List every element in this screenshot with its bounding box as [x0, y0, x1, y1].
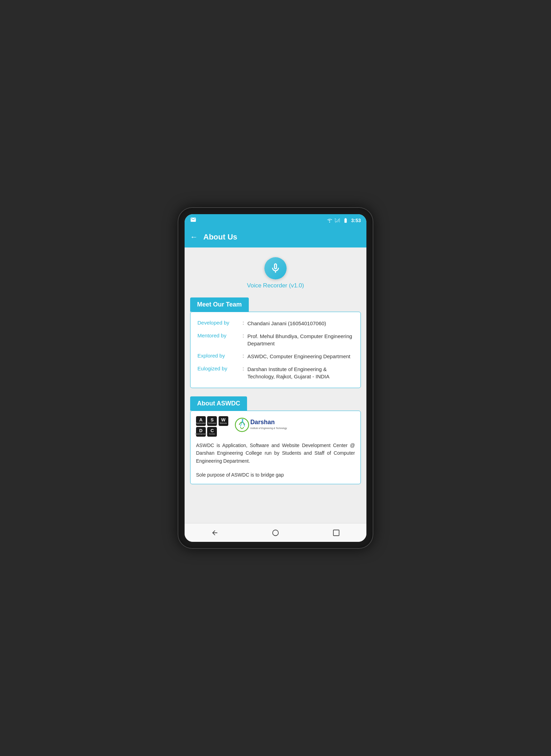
- colon-3: :: [241, 350, 246, 363]
- notification-icon: [190, 217, 196, 224]
- aswdc-description-2: Sole purpose of ASWDC is to bridge gap: [196, 471, 355, 479]
- developed-by-label: Developed by: [196, 317, 241, 330]
- darshan-logo-svg: Darshan Institute of Engineering & Techn…: [234, 416, 290, 437]
- key-a: A Application: [196, 416, 206, 426]
- eulogized-by-label: Eulogized by: [196, 363, 241, 383]
- table-row: Explored by : ASWDC, Computer Engineerin…: [196, 350, 355, 363]
- microphone-icon: [270, 262, 281, 274]
- app-header: Voice Recorder (v1.0): [185, 247, 366, 295]
- signal-icon: [334, 218, 340, 223]
- svg-rect-9: [333, 530, 339, 536]
- colon-1: :: [241, 317, 246, 330]
- recent-nav-button[interactable]: [329, 526, 343, 540]
- status-right: 3:53: [327, 218, 361, 223]
- table-row: Eulogized by : Darshan Institute of Engi…: [196, 363, 355, 383]
- recent-nav-icon: [332, 529, 340, 537]
- meet-team-header: Meet Our Team: [190, 297, 249, 312]
- back-nav-icon: [211, 529, 219, 537]
- battery-icon: [342, 218, 349, 223]
- status-left: [190, 217, 196, 224]
- status-bar: 3:53: [185, 214, 366, 227]
- team-card: Developed by : Chandani Janani (16054010…: [190, 312, 361, 388]
- explored-by-value: ASWDC, Computer Engineering Department: [246, 350, 355, 363]
- device-frame: 3:53 ← About Us Voice Recorder (v1.0): [178, 208, 373, 548]
- eulogized-by-value: Darshan Institute of Engineering & Techn…: [246, 363, 355, 383]
- key-s: S Software: [207, 416, 217, 426]
- explored-by-label: Explored by: [196, 350, 241, 363]
- key-d: D Development: [196, 427, 206, 437]
- app-icon: [264, 257, 287, 279]
- logos-row: A Application S Software W Website: [196, 416, 355, 437]
- device-screen: 3:53 ← About Us Voice Recorder (v1.0): [185, 214, 366, 542]
- aswdc-description-1: ASWDC is Application, Software and Websi…: [196, 442, 355, 465]
- back-button[interactable]: ←: [190, 233, 198, 242]
- key-c: C Center: [207, 427, 217, 437]
- mentored-by-label: Mentored by: [196, 330, 241, 350]
- aswdc-card: A Application S Software W Website: [190, 411, 361, 484]
- svg-text:Institute of Engineering & Tec: Institute of Engineering & Technology: [250, 427, 287, 430]
- nav-bar: [185, 523, 366, 542]
- page-title: About Us: [203, 233, 237, 242]
- aswdc-keyboard-logo: A Application S Software W Website: [196, 416, 229, 437]
- scroll-content: Voice Recorder (v1.0) Meet Our Team Deve…: [185, 247, 366, 523]
- team-table: Developed by : Chandani Janani (16054010…: [196, 317, 355, 383]
- status-time: 3:53: [351, 218, 361, 223]
- table-row: Mentored by : Prof. Mehul Bhundiya, Comp…: [196, 330, 355, 350]
- key-w: W Website: [219, 416, 228, 426]
- mentored-by-value: Prof. Mehul Bhundiya, Computer Engineeri…: [246, 330, 355, 350]
- home-nav-icon: [272, 529, 279, 537]
- svg-line-4: [240, 424, 241, 427]
- home-nav-button[interactable]: [269, 526, 282, 540]
- wifi-icon: [327, 218, 332, 223]
- darshan-logo: Darshan Institute of Engineering & Techn…: [234, 416, 290, 437]
- svg-text:Darshan: Darshan: [250, 419, 274, 426]
- developed-by-value: Chandani Janani (160540107060): [246, 317, 355, 330]
- app-bar: ← About Us: [185, 227, 366, 247]
- about-aswdc-section: About ASWDC A Application S Software: [185, 394, 366, 484]
- meet-team-section: Meet Our Team Developed by : Chandani Ja…: [185, 295, 366, 388]
- colon-2: :: [241, 330, 246, 350]
- svg-point-1: [242, 419, 244, 421]
- about-aswdc-header: About ASWDC: [190, 396, 247, 411]
- back-nav-button[interactable]: [208, 526, 222, 540]
- colon-4: :: [241, 363, 246, 383]
- app-name: Voice Recorder (v1.0): [247, 282, 304, 289]
- table-row: Developed by : Chandani Janani (16054010…: [196, 317, 355, 330]
- svg-point-8: [273, 530, 279, 536]
